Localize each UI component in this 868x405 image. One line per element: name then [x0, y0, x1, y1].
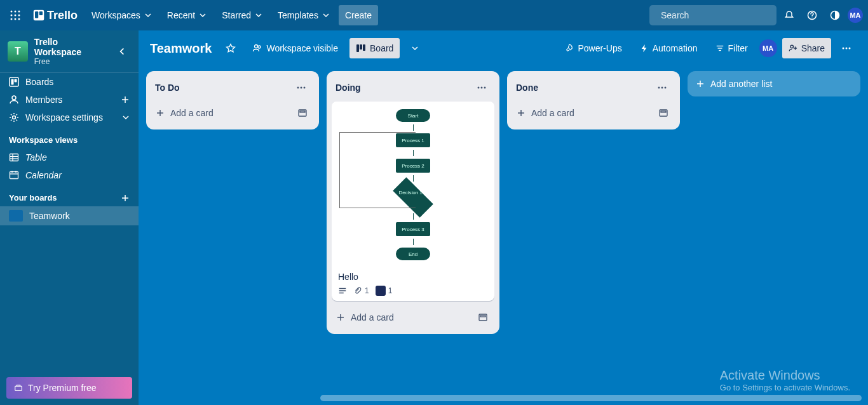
try-premium-button[interactable]: Try Premium free — [6, 377, 132, 399]
search-input[interactable] — [649, 5, 776, 25]
svg-point-46 — [843, 48, 844, 50]
svg-rect-34 — [15, 386, 22, 390]
nav-recent[interactable]: Recent — [161, 5, 213, 25]
user-avatar[interactable]: MA — [848, 8, 863, 23]
star-board-button[interactable] — [220, 38, 241, 58]
horizontal-scrollbar[interactable] — [320, 395, 862, 401]
logo-text: Trello — [47, 9, 78, 22]
svg-rect-18 — [11, 79, 14, 85]
board-member-avatar[interactable]: MA — [759, 39, 777, 57]
lists-container: To Do Add a card Doing — [139, 66, 868, 405]
sidebar-item-members[interactable]: Members — [0, 91, 139, 109]
add-card-button[interactable]: Add a card — [512, 102, 675, 124]
svg-point-20 — [12, 96, 16, 100]
board-view-button[interactable]: Board — [349, 38, 400, 58]
svg-point-67 — [661, 87, 663, 89]
theme-icon[interactable] — [825, 5, 845, 25]
svg-rect-39 — [363, 44, 365, 51]
sidebar-board-teamwork[interactable]: Teamwork — [0, 206, 139, 225]
sidebar-view-table[interactable]: Table — [0, 149, 139, 166]
add-user-icon — [789, 44, 797, 53]
sidebar-collapse-button[interactable] — [113, 43, 131, 60]
top-navbar: Trello Workspaces Recent Starred Templat… — [0, 0, 868, 30]
nav-workspaces[interactable]: Workspaces — [85, 5, 158, 25]
sidebar-view-calendar[interactable]: Calendar — [0, 166, 139, 184]
svg-rect-28 — [10, 172, 18, 179]
list-menu-button[interactable] — [653, 79, 671, 96]
nav-templates[interactable]: Templates — [271, 5, 336, 25]
chevron-down-icon — [199, 11, 207, 19]
template-icon[interactable] — [295, 105, 310, 121]
sidebar-item-boards[interactable]: Boards — [0, 73, 139, 91]
svg-point-0 — [11, 11, 13, 13]
filter-icon — [715, 44, 724, 53]
list-doing: Doing Start Process 1 Process 2 Decision… — [327, 71, 499, 334]
card-title: Hello — [338, 272, 488, 282]
svg-point-48 — [849, 48, 851, 50]
svg-point-8 — [18, 18, 20, 20]
filter-button[interactable]: Filter — [709, 38, 754, 58]
flowchart-process: Process 3 — [396, 222, 430, 236]
list-menu-button[interactable] — [473, 79, 491, 96]
apps-grid-icon[interactable] — [5, 5, 25, 25]
automation-button[interactable]: Automation — [634, 38, 704, 58]
workspace-name: Trello Workspace — [34, 37, 107, 57]
svg-rect-65 — [480, 315, 485, 317]
svg-point-6 — [11, 18, 13, 20]
board-header: Teamwork Workspace visible Board Power-U… — [139, 30, 868, 66]
workspace-badge: T — [8, 41, 28, 62]
people-icon — [252, 43, 262, 53]
board-title[interactable]: Teamwork — [150, 41, 215, 56]
share-button[interactable]: Share — [782, 38, 831, 58]
template-icon[interactable] — [475, 310, 491, 325]
plus-icon — [695, 79, 705, 89]
svg-rect-72 — [661, 111, 666, 112]
view-switcher-button[interactable] — [405, 38, 425, 58]
svg-point-1 — [15, 11, 17, 13]
svg-point-50 — [301, 87, 302, 89]
attachment-icon — [353, 286, 362, 295]
list-title[interactable]: To Do — [155, 83, 292, 93]
add-card-button[interactable]: Add a card — [151, 102, 314, 124]
svg-rect-19 — [15, 79, 17, 83]
add-list-button[interactable]: Add another list — [688, 71, 860, 96]
card-hello[interactable]: Start Process 1 Process 2 Decision 1 Pro… — [332, 102, 494, 301]
notifications-icon[interactable] — [779, 5, 799, 25]
chevron-down-icon — [255, 11, 262, 19]
more-horizontal-icon — [296, 83, 306, 93]
trello-logo[interactable]: Trello — [28, 9, 83, 22]
board-icon — [9, 77, 19, 87]
template-icon[interactable] — [656, 105, 671, 121]
chevron-down-icon — [144, 11, 152, 19]
svg-point-43 — [790, 45, 793, 48]
attachment-badge: 1 — [353, 286, 369, 295]
list-title[interactable]: Done — [516, 83, 653, 93]
search-field[interactable] — [661, 10, 772, 20]
help-icon[interactable] — [802, 5, 822, 25]
add-card-button[interactable]: Add a card — [332, 306, 494, 329]
your-boards-heading: Your boards — [0, 184, 139, 206]
visibility-button[interactable]: Workspace visible — [246, 38, 344, 58]
svg-rect-38 — [360, 44, 362, 50]
rocket-icon — [565, 44, 574, 53]
svg-point-7 — [15, 18, 17, 20]
calendar-icon — [9, 170, 19, 180]
plus-icon — [516, 108, 526, 118]
board-icon — [356, 43, 366, 53]
sidebar-item-settings[interactable]: Workspace settings — [0, 109, 139, 126]
board-menu-button[interactable] — [836, 38, 857, 58]
svg-rect-11 — [39, 11, 43, 15]
chevron-down-icon — [322, 11, 330, 19]
powerups-button[interactable]: Power-Ups — [559, 38, 628, 58]
card-badges: 1 1 — [338, 286, 488, 296]
nav-starred[interactable]: Starred — [215, 5, 269, 25]
list-title[interactable]: Doing — [336, 83, 473, 93]
svg-point-5 — [18, 15, 20, 17]
list-menu-button[interactable] — [292, 79, 310, 96]
add-board-icon[interactable] — [121, 194, 130, 202]
flowchart-start: Start — [396, 109, 430, 122]
svg-point-4 — [15, 15, 17, 17]
add-member-icon[interactable] — [121, 95, 130, 104]
create-button[interactable]: Create — [339, 5, 378, 25]
svg-point-3 — [11, 15, 13, 17]
